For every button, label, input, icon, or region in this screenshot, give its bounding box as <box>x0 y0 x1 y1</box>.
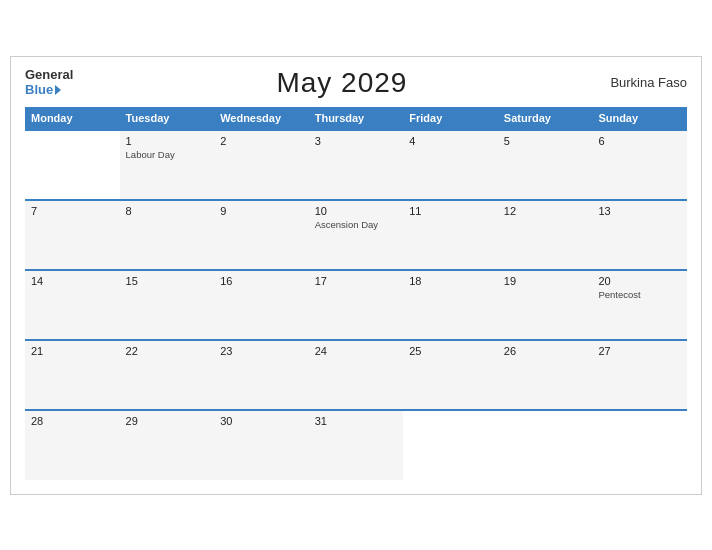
day-number: 21 <box>31 345 114 357</box>
day-number: 14 <box>31 275 114 287</box>
week-row-2: 78910Ascension Day111213 <box>25 200 687 270</box>
col-header-tuesday: Tuesday <box>120 107 215 130</box>
day-cell <box>25 130 120 200</box>
col-header-wednesday: Wednesday <box>214 107 309 130</box>
day-number: 3 <box>315 135 398 147</box>
day-number: 5 <box>504 135 587 147</box>
day-cell: 25 <box>403 340 498 410</box>
day-cell: 27 <box>592 340 687 410</box>
day-cell: 11 <box>403 200 498 270</box>
day-cell <box>498 410 593 480</box>
day-number: 11 <box>409 205 492 217</box>
day-number: 8 <box>126 205 209 217</box>
day-cell: 2 <box>214 130 309 200</box>
day-cell: 5 <box>498 130 593 200</box>
calendar-table: MondayTuesdayWednesdayThursdayFridaySatu… <box>25 107 687 480</box>
event-label: Ascension Day <box>315 219 398 230</box>
day-number: 29 <box>126 415 209 427</box>
day-number: 23 <box>220 345 303 357</box>
day-cell: 16 <box>214 270 309 340</box>
col-header-thursday: Thursday <box>309 107 404 130</box>
day-cell: 3 <box>309 130 404 200</box>
event-label: Labour Day <box>126 149 209 160</box>
day-number: 4 <box>409 135 492 147</box>
country-label: Burkina Faso <box>610 75 687 90</box>
day-number: 15 <box>126 275 209 287</box>
day-cell: 7 <box>25 200 120 270</box>
col-header-monday: Monday <box>25 107 120 130</box>
day-cell: 18 <box>403 270 498 340</box>
day-number: 6 <box>598 135 681 147</box>
day-cell <box>403 410 498 480</box>
day-number: 16 <box>220 275 303 287</box>
logo: General Blue <box>25 68 73 97</box>
day-cell: 15 <box>120 270 215 340</box>
day-number: 9 <box>220 205 303 217</box>
day-cell: 31 <box>309 410 404 480</box>
calendar-header: General Blue May 2029 Burkina Faso <box>25 67 687 99</box>
day-cell: 30 <box>214 410 309 480</box>
day-cell <box>592 410 687 480</box>
day-cell: 14 <box>25 270 120 340</box>
day-number: 10 <box>315 205 398 217</box>
day-cell: 13 <box>592 200 687 270</box>
day-number: 27 <box>598 345 681 357</box>
week-row-1: 1Labour Day23456 <box>25 130 687 200</box>
day-cell: 28 <box>25 410 120 480</box>
day-number: 12 <box>504 205 587 217</box>
day-number: 26 <box>504 345 587 357</box>
day-cell: 23 <box>214 340 309 410</box>
week-row-3: 14151617181920Pentecost <box>25 270 687 340</box>
day-number: 31 <box>315 415 398 427</box>
day-number: 18 <box>409 275 492 287</box>
calendar-title: May 2029 <box>276 67 407 99</box>
day-cell: 10Ascension Day <box>309 200 404 270</box>
day-cell: 26 <box>498 340 593 410</box>
col-header-sunday: Sunday <box>592 107 687 130</box>
day-number: 20 <box>598 275 681 287</box>
day-number: 1 <box>126 135 209 147</box>
day-number: 22 <box>126 345 209 357</box>
day-cell: 8 <box>120 200 215 270</box>
day-cell: 9 <box>214 200 309 270</box>
day-cell: 19 <box>498 270 593 340</box>
event-label: Pentecost <box>598 289 681 300</box>
col-header-saturday: Saturday <box>498 107 593 130</box>
day-cell: 1Labour Day <box>120 130 215 200</box>
day-cell: 21 <box>25 340 120 410</box>
day-cell: 20Pentecost <box>592 270 687 340</box>
day-cell: 17 <box>309 270 404 340</box>
day-cell: 12 <box>498 200 593 270</box>
day-number: 17 <box>315 275 398 287</box>
calendar-container: General Blue May 2029 Burkina Faso Monda… <box>10 56 702 495</box>
day-cell: 24 <box>309 340 404 410</box>
week-row-4: 21222324252627 <box>25 340 687 410</box>
week-row-5: 28293031 <box>25 410 687 480</box>
day-number: 24 <box>315 345 398 357</box>
day-number: 7 <box>31 205 114 217</box>
day-number: 30 <box>220 415 303 427</box>
logo-general-text: General <box>25 68 73 82</box>
logo-blue-text: Blue <box>25 83 73 97</box>
day-cell: 6 <box>592 130 687 200</box>
day-number: 2 <box>220 135 303 147</box>
day-number: 19 <box>504 275 587 287</box>
col-header-friday: Friday <box>403 107 498 130</box>
day-cell: 29 <box>120 410 215 480</box>
day-cell: 4 <box>403 130 498 200</box>
logo-triangle-icon <box>55 85 61 95</box>
day-cell: 22 <box>120 340 215 410</box>
day-number: 13 <box>598 205 681 217</box>
header-row: MondayTuesdayWednesdayThursdayFridaySatu… <box>25 107 687 130</box>
day-number: 25 <box>409 345 492 357</box>
day-number: 28 <box>31 415 114 427</box>
